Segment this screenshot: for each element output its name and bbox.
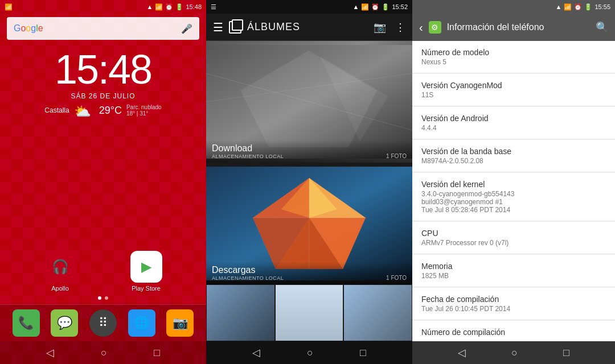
album-thumb-1[interactable] [206,284,275,341]
albums-icon [229,21,241,34]
alarm-icon: ⏰ [165,3,173,11]
gallery-title: ÁLBUMES [247,21,368,33]
album-descargas[interactable]: Descargas ALMACENAMIENTO LOCAL 1 FOTO [206,163,412,284]
status-bar-2: ☰ ▲ 📶 ⏰ 🔋 15:52 [206,0,412,14]
recent-button-3[interactable] [563,347,569,359]
search-icon[interactable]: 🔍 [596,21,608,34]
p2-alarm-icon: ⏰ [371,3,379,11]
clock-time-display: 15:48 [0,49,206,90]
info-cyanogenmod-label: Versión CyanogenMod [421,81,606,90]
phone-info-content: Número de modelo Nexus 5 Versión Cyanoge… [412,41,615,341]
gallery-panel: ☰ ▲ 📶 ⏰ 🔋 15:52 ☰ ÁLBUMES 📷 ⋮ [206,0,412,364]
dock-browser[interactable]: 🌐 [128,309,155,337]
playstore-icon-box: ▶ [130,251,162,283]
google-search-bar[interactable]: Google 🎤 [7,17,199,40]
info-cpu-label: CPU [421,229,606,238]
playstore-label: Play Store [132,285,161,292]
info-baseband-value: M8974A-2.0.50.2.08 [421,157,606,165]
dot-2 [105,296,108,300]
back-button-1[interactable] [46,346,54,359]
albums-list: Download ALMACENAMIENTO LOCAL 1 FOTO [206,41,412,341]
signal-icon: 📶 [155,3,163,11]
clock-status: 15:48 [186,3,202,10]
p3-battery-icon: 🔋 [584,3,592,11]
album-descargas-name: Descargas [212,265,284,275]
dock-camera[interactable]: 📷 [166,309,194,337]
weather-temperature: 29°C [99,105,122,117]
info-android-value: 4.4.4 [421,124,606,132]
album-descargas-count: 1 FOTO [386,275,407,281]
info-build-date: Fecha de compilación Tue Jul 26 0:10:45 … [412,288,615,320]
info-android: Versión de Android 4.4.4 [412,107,615,139]
p2-status-left: ☰ [211,3,216,11]
apollo-label: Apollo [51,285,69,292]
info-memory-value: 1825 MB [421,272,606,280]
mic-icon[interactable]: 🎤 [181,23,192,34]
album-descargas-sub: ALMACENAMIENTO LOCAL [212,275,284,281]
dock-messages[interactable]: 💬 [51,309,78,337]
home-button-3[interactable] [511,347,518,359]
dock-apps[interactable]: ⠿ [89,309,117,337]
p2-wifi-icon: ▲ [353,3,359,10]
app-icons-row: 🎧 Apollo ▶ Play Store [0,251,206,292]
weather-range: 18° | 31° [126,110,162,117]
p2-signal-icon: 📶 [361,3,369,11]
info-build-date-value: Tue Jul 26 0:10:45 PDT 2014 [421,305,606,313]
p3-alarm-icon: ⏰ [574,3,582,11]
home-button-2[interactable] [307,347,313,359]
album-thumb-2[interactable] [275,284,344,341]
info-model-value: Nexus 5 [421,58,606,66]
home-button-1[interactable] [101,347,107,359]
back-arrow-icon[interactable]: ‹ [419,21,423,34]
more-icon[interactable]: ⋮ [395,21,405,34]
info-model-label: Número de modelo [421,48,606,57]
info-cyanogenmod-value: 11S [421,91,606,99]
nav-bar-2 [206,341,412,364]
weather-location: Castalla [44,106,69,114]
weather-icon [74,104,95,117]
clock-date-display: SÁB 26 DE JULIO [0,92,206,100]
hamburger-icon[interactable]: ☰ [213,20,223,34]
p3-signal-icon: 📶 [564,3,572,11]
album-thumb-3[interactable] [343,284,412,341]
app-icon-apollo[interactable]: 🎧 Apollo [44,251,76,292]
sim-icon: 📶 [5,3,13,11]
dock-phone[interactable]: 📞 [13,309,40,337]
clock-widget: 15:48 SÁB 26 DE JULIO [0,43,206,100]
status-bar-3: ▲ 📶 ⏰ 🔋 15:55 [412,0,615,14]
toolbar-actions: 📷 ⋮ [374,21,405,34]
album-download-sub: ALMACENAMIENTO LOCAL [212,154,284,159]
app-icon-playstore[interactable]: ▶ Play Store [130,251,162,292]
info-build-number: Número de compilación [412,321,615,341]
nav-bar-1 [0,341,206,364]
p3-status-right: ▲ 📶 ⏰ 🔋 15:55 [556,3,610,11]
apollo-icon-box: 🎧 [44,251,76,283]
info-build-number-label: Número de compilación [421,328,606,337]
home-screen-panel: 📶 ▲ 📶 ⏰ 🔋 15:48 Google 🎤 15:48 SÁB 26 DE… [0,0,206,364]
camera-icon[interactable]: 📷 [374,21,386,34]
bottom-dock: 📞 💬 ⠿ 🌐 📷 [0,304,206,341]
info-memory-label: Memoria [421,262,606,271]
status-bar-left: 📶 [5,3,13,11]
album-thumbnails-row [206,284,412,341]
phone-info-panel: ▲ 📶 ⏰ 🔋 15:55 ‹ ⚙ Información del teléfo… [412,0,615,364]
album-download-count: 1 FOTO [386,153,407,159]
settings-gear-icon: ⚙ [429,21,441,34]
back-button-3[interactable] [458,346,466,359]
weather-widget: Castalla 29°C Parc. nublado 18° | 31° [0,104,206,117]
info-kernel-label: Versión del kernel [421,180,606,189]
recent-button-1[interactable] [154,347,160,359]
info-android-label: Versión de Android [421,114,606,123]
back-button-2[interactable] [252,346,260,359]
recent-button-2[interactable] [360,347,366,359]
info-memory: Memoria 1825 MB [412,255,615,287]
page-dots [0,296,206,300]
nav-bar-3 [412,341,615,364]
album-download[interactable]: Download ALMACENAMIENTO LOCAL 1 FOTO [206,41,412,163]
album-download-overlay: Download ALMACENAMIENTO LOCAL 1 FOTO [206,140,412,163]
info-build-date-label: Fecha de compilación [421,295,606,304]
gallery-toolbar: ☰ ÁLBUMES 📷 ⋮ [206,14,412,41]
dot-1 [98,296,101,300]
google-logo: Google [14,23,43,34]
info-kernel: Versión del kernel 3.4.0-cyanogenmod-gb5… [412,173,615,221]
